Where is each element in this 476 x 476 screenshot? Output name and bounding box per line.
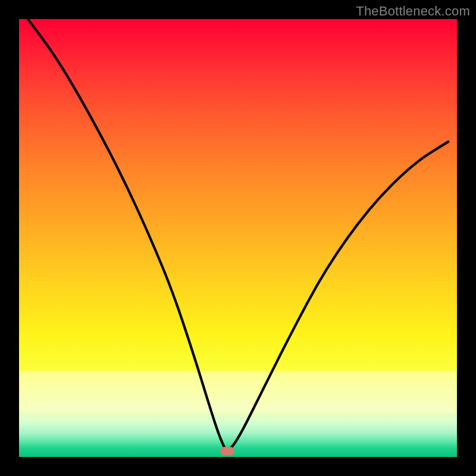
bottleneck-curve (19, 19, 457, 457)
plot-area (19, 19, 457, 457)
optimal-marker (220, 447, 234, 455)
curve-path (28, 19, 449, 449)
watermark-text: TheBottleneck.com (356, 4, 470, 19)
chart-frame: TheBottleneck.com (0, 0, 476, 476)
